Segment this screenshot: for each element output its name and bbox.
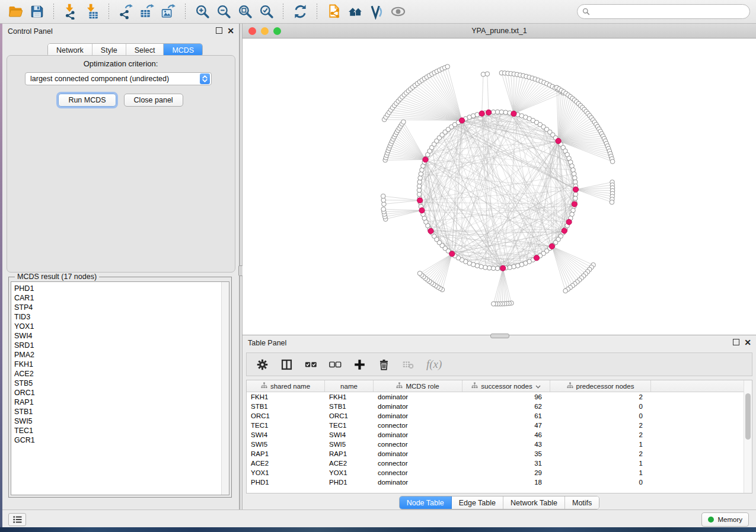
table-row[interactable]: TEC1TEC1connector472 [247,421,752,430]
optimization-criterion-select[interactable]: largest connected component (undirected) [25,72,212,85]
float-table-panel-icon[interactable] [733,339,739,345]
column-label: shared name [270,383,310,390]
mcds-result-item[interactable]: FKH1 [14,360,35,369]
mcds-result-item[interactable]: RAP1 [14,398,35,407]
cell-successor_nodes: 46 [462,431,550,438]
mcds-result-item[interactable]: YOX1 [14,322,35,331]
close-table-panel-icon[interactable]: ✕ [744,339,751,345]
mcds-result-item[interactable]: PHD1 [14,284,35,293]
column-visibility-icon[interactable] [280,358,293,371]
export-image-icon[interactable] [158,2,179,21]
toolbar-separator [109,4,109,20]
tab-motifs[interactable]: Motifs [565,496,599,509]
table-row[interactable]: FKH1FKH1dominator962 [247,392,752,402]
mcds-result-item[interactable]: ACE2 [14,369,35,379]
table-row[interactable]: SWI5SWI5connector431 [247,440,752,449]
delete-column-icon[interactable] [378,358,390,371]
eye-icon[interactable] [387,2,409,21]
column-header-shared-name[interactable]: shared name [247,380,325,392]
tab-network[interactable]: Network [48,44,92,56]
toolbar-group [323,2,409,21]
tab-edge-table[interactable]: Edge Table [452,496,503,509]
mcds-result-item[interactable]: ORC1 [14,388,35,398]
mcds-result-item[interactable]: CAR1 [14,293,35,303]
mcds-result-item[interactable]: SRD1 [14,341,35,350]
cell-successor_nodes: 47 [462,422,550,429]
tab-style[interactable]: Style [92,44,126,56]
cell-shared_name: ACE2 [247,460,325,467]
mcds-result-item[interactable]: PMA2 [14,350,35,360]
search-input[interactable] [594,7,745,17]
table-type-tabs: Node TableEdge TableNetwork TableMotifs [399,496,600,509]
cell-predecessor_nodes: 0 [550,412,651,419]
tab-node-table[interactable]: Node Table [400,496,452,509]
close-panel-icon[interactable]: ✕ [227,28,234,34]
tab-network-table[interactable]: Network Table [503,496,565,509]
mcds-result-item[interactable]: TEC1 [14,426,35,435]
memory-button[interactable]: Memory [701,512,749,527]
table-row[interactable]: SWI4SWI4dominator462 [247,430,752,440]
add-column-icon[interactable] [353,358,366,371]
zoom-in-icon[interactable] [192,2,213,21]
search-box[interactable] [577,4,750,19]
control-panel: Control Panel ✕ NetworkStyleSelectMCDS O… [2,24,240,509]
table-toolbar: f(x) [246,352,752,376]
select-all-icon[interactable] [305,358,317,371]
table-row[interactable]: ACE2ACE2connector311 [247,459,752,468]
cell-mcds_role: connector [374,441,462,448]
result-list-scrollbar[interactable] [221,282,229,495]
network-titlebar[interactable]: YPA_prune.txt_1 [243,24,756,39]
cell-successor_nodes: 62 [462,403,550,410]
task-history-button[interactable] [8,513,26,526]
cell-shared_name: SWI5 [247,441,325,448]
network-canvas[interactable] [243,39,756,335]
run-mcds-button[interactable]: Run MCDS [58,94,116,107]
table-scrollbar-thumb[interactable] [745,393,751,440]
network-graph[interactable] [243,39,756,335]
cell-successor_nodes: 43 [462,441,550,448]
tab-select[interactable]: Select [126,44,164,56]
import-network-icon[interactable] [60,2,81,21]
column-header-name[interactable]: name [325,380,374,392]
cell-predecessor_nodes: 2 [550,450,651,457]
mcds-result-item[interactable]: STP4 [14,303,35,312]
settings-gear-icon[interactable] [256,358,269,371]
tab-mcds[interactable]: MCDS [164,44,202,56]
deselect-all-icon[interactable] [329,358,342,371]
cell-shared_name: RAP1 [247,450,325,457]
mcds-result-item[interactable]: GCR1 [14,435,35,445]
column-header-MCDS-role[interactable]: MCDS role [374,380,462,392]
clear-table-icon [402,358,414,371]
mcds-result-item[interactable]: SWI5 [14,416,35,426]
export-table-icon[interactable] [136,2,158,21]
cell-name: STB1 [325,403,374,410]
mcds-result-item[interactable]: STB1 [14,407,35,416]
column-header-predecessor-nodes[interactable]: predecessor nodes [550,380,651,392]
mcds-result-item[interactable]: SWI4 [14,331,35,341]
float-panel-icon[interactable] [216,27,222,34]
export-network-icon[interactable] [115,2,136,21]
share-document-icon[interactable] [323,2,344,21]
refresh-icon[interactable] [289,2,311,21]
vizmapper-icon[interactable] [366,2,387,21]
open-file-icon[interactable] [5,2,26,21]
save-session-icon[interactable] [26,2,47,21]
mcds-result-item[interactable]: TID3 [14,312,35,322]
mcds-result-list[interactable]: PHD1CAR1STP4TID3YOX1SWI4SRD1PMA2FKH1ACE2… [11,281,229,495]
table-row[interactable]: ORC1ORC1dominator610 [247,411,752,421]
network-title: YPA_prune.txt_1 [243,27,756,35]
table-scrollbar[interactable] [744,380,752,493]
import-table-icon[interactable] [81,2,103,21]
table-row[interactable]: YOX1YOX1connector291 [247,468,752,477]
table-row[interactable]: PHD1PHD1dominator180 [247,477,752,487]
table-row[interactable]: RAP1RAP1dominator352 [247,449,752,459]
close-panel-button[interactable]: Close panel [124,94,183,107]
zoom-fit-icon[interactable] [234,2,256,21]
home-icon[interactable] [344,2,366,21]
zoom-out-icon[interactable] [213,2,234,21]
mcds-result-item[interactable]: STB5 [14,379,35,388]
zoom-selected-icon[interactable] [256,2,277,21]
cell-name: TEC1 [325,422,374,429]
column-header-successor-nodes[interactable]: successor nodes [462,380,550,392]
table-row[interactable]: STB1STB1dominator620 [247,402,752,411]
